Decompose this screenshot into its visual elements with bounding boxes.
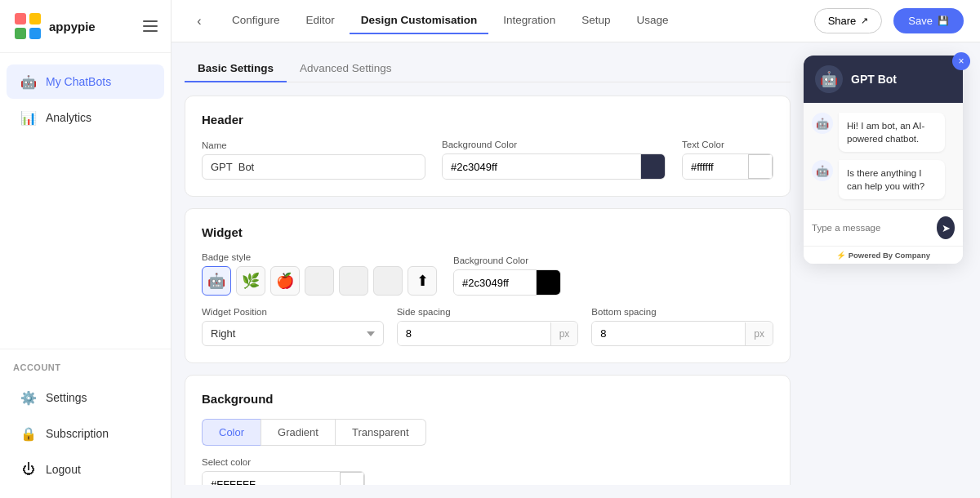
select-color-input[interactable] [203,473,340,486]
bg-tab-gradient[interactable]: Gradient [261,419,336,446]
sidebar-item-analytics[interactable]: 📊 Analytics [7,100,164,135]
chat-message-1: 🤖 Hi! I am bot, an AI-powered chatbot. [812,113,955,152]
badge-icon-upload[interactable]: ⬆ [408,266,437,296]
header-bg-color-group: Background Color [442,140,666,180]
header-bg-color-swatch[interactable] [640,154,665,179]
close-preview-button[interactable]: × [952,52,970,70]
chat-window: 🤖 GPT Bot 🤖 Hi! I am bot, an AI-powered … [804,56,963,264]
logout-label: Logout [46,463,81,476]
bottom-spacing-wrapper: px [591,321,773,346]
sidebar-item-label-analytics: Analytics [46,111,91,124]
bg-tab-color[interactable]: Color [202,419,261,446]
chat-bubble-2: Is there anything I can help you with? [839,160,945,199]
side-spacing-group: Side spacing px [397,307,579,346]
header-bg-color-input[interactable] [443,155,640,179]
content-area: Basic Settings Advanced Settings Header … [172,42,980,498]
widget-row2: Widget Position Right Left Side spacing … [202,307,773,346]
svg-rect-1 [29,13,41,24]
header-form-row: Name Background Color Text Color [202,140,773,180]
chat-bubble-1: Hi! I am bot, an AI-powered chatbot. [839,113,945,152]
save-icon: 💾 [938,16,949,26]
sidebar-nav: 🤖 My ChatBots 📊 Analytics [0,53,171,349]
header-name-group: Name [202,140,425,180]
chat-messages: 🤖 Hi! I am bot, an AI-powered chatbot. 🤖… [804,103,963,209]
badge-icon-6[interactable] [373,266,403,296]
sub-tab-advanced[interactable]: Advanced Settings [287,56,405,82]
widget-position-label: Widget Position [202,307,384,317]
subscription-icon: 🔒 [20,425,38,442]
bottom-spacing-unit: px [745,322,773,345]
tab-integration[interactable]: Integration [492,7,567,34]
sidebar-item-settings[interactable]: ⚙️ Settings [7,380,164,415]
save-button[interactable]: Save 💾 [893,8,964,33]
share-label: Share [828,15,857,27]
bottom-spacing-input[interactable] [592,322,745,345]
badge-icon-5[interactable] [339,266,368,296]
svg-rect-0 [15,13,26,24]
svg-rect-2 [15,28,26,39]
sub-tabs: Basic Settings Advanced Settings [185,56,791,82]
svg-rect-3 [29,28,41,39]
settings-panel: Basic Settings Advanced Settings Header … [185,56,791,485]
badge-icon-3[interactable]: 🍎 [270,266,300,296]
header-name-input[interactable] [202,154,425,180]
side-spacing-unit: px [550,322,578,345]
widget-bg-color-label: Background Color [453,256,561,265]
save-label: Save [908,15,933,27]
header-name-label: Name [202,140,425,150]
hamburger-menu[interactable] [143,20,158,32]
header-card: Header Name Background Color Te [185,96,791,197]
chat-header-avatar: 🤖 [815,65,843,93]
chat-input-area: ➤ [804,209,963,246]
header-text-color-group: Text Color [682,140,773,180]
widget-row1: Badge style 🤖 🌿 🍎 ⬆ Background Color [202,252,773,296]
chat-msg-avatar-2: 🤖 [812,160,833,181]
tab-setup[interactable]: Setup [570,7,621,34]
header-text-color-swatch[interactable] [748,154,773,179]
badge-style-group: Badge style 🤖 🌿 🍎 ⬆ [202,252,437,296]
analytics-icon: 📊 [20,109,38,127]
sidebar-item-logout[interactable]: ⏻ Logout [7,452,164,487]
side-spacing-label: Side spacing [397,307,579,317]
tab-usage[interactable]: Usage [625,7,679,34]
subscription-label: Subscription [46,427,109,440]
widget-bg-color-swatch[interactable] [536,270,560,295]
header-text-color-input[interactable] [683,155,748,179]
chat-send-button[interactable]: ➤ [937,216,955,239]
appypie-logo-icon [13,11,42,41]
sidebar-item-subscription[interactable]: 🔒 Subscription [7,416,164,451]
bg-tabs: Color Gradient Transparent [202,419,773,446]
header-bg-color-wrapper [442,153,666,180]
sub-tab-basic[interactable]: Basic Settings [185,56,287,82]
badge-icon-4[interactable] [305,266,334,296]
badge-icons-row: 🤖 🌿 🍎 ⬆ [202,266,437,296]
tab-editor[interactable]: Editor [295,7,346,34]
select-color-group: Select color [202,457,773,485]
settings-label: Settings [46,391,87,404]
chatbot-icon: 🤖 [20,73,38,91]
side-spacing-wrapper: px [397,321,579,346]
background-card-title: Background [202,392,773,406]
share-button[interactable]: Share ↗ [814,8,883,33]
select-color-wrapper [202,471,365,485]
sidebar-item-my-chatbots[interactable]: 🤖 My ChatBots [7,64,164,99]
tab-design[interactable]: Design Customisation [350,7,489,34]
header-bg-color-label: Background Color [442,140,666,149]
main-content: ‹ Configure Editor Design Customisation … [172,0,980,498]
select-color-swatch[interactable] [340,472,364,485]
tab-configure[interactable]: Configure [220,7,292,34]
widget-bg-color-group: Background Color [453,256,561,296]
back-button[interactable]: ‹ [188,10,211,33]
widget-position-select[interactable]: Right Left [202,321,384,346]
chat-message-2: 🤖 Is there anything I can help you with? [812,160,955,199]
bg-tab-transparent[interactable]: Transparent [336,419,426,446]
side-spacing-input[interactable] [398,322,550,345]
badge-icon-1[interactable]: 🤖 [202,266,231,296]
badge-icon-2[interactable]: 🌿 [236,266,265,296]
chat-message-input[interactable] [812,223,932,233]
logout-icon: ⏻ [20,460,38,478]
sidebar-bottom: Account ⚙️ Settings 🔒 Subscription ⏻ Log… [0,349,171,498]
sidebar-item-label-chatbots: My ChatBots [46,75,111,88]
widget-bg-color-input[interactable] [454,271,536,295]
sidebar: appypie 🤖 My ChatBots 📊 Analytics Accoun… [0,0,172,498]
